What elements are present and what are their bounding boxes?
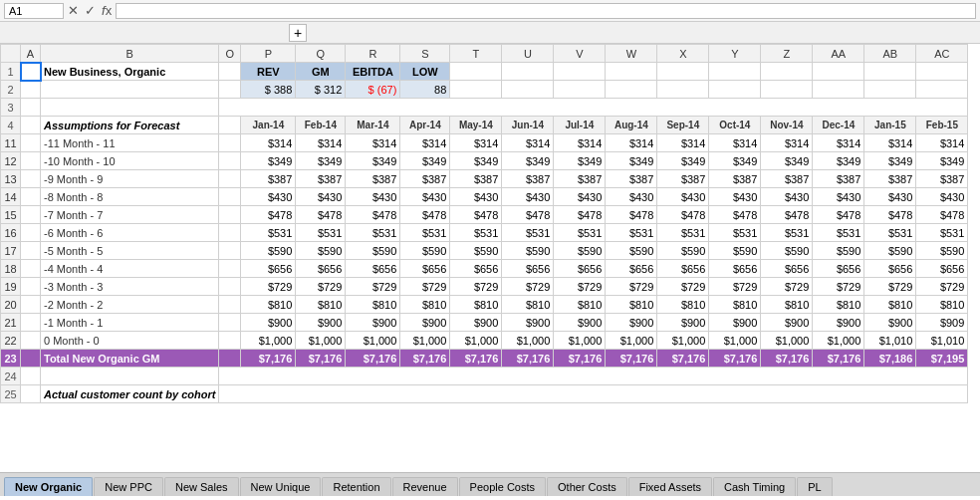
col-header-V[interactable]: V [554, 45, 606, 63]
cell-T4[interactable]: May-14 [450, 117, 502, 134]
cell-A11[interactable] [21, 134, 41, 152]
cell-Z11[interactable]: $314 [761, 134, 813, 152]
cell-O4[interactable] [219, 117, 241, 134]
cell-AC1[interactable] [916, 63, 968, 81]
tab-fixed-assets[interactable]: Fixed Assets [628, 477, 712, 496]
cell-AB4[interactable]: Jan-15 [864, 117, 916, 134]
cell-O11[interactable] [219, 134, 241, 152]
cell-Z4[interactable]: Nov-14 [761, 117, 813, 134]
cell-T11[interactable]: $314 [450, 134, 502, 152]
cell-X1[interactable] [657, 63, 709, 81]
cell-B25[interactable]: Actual customer count by cohort [41, 385, 219, 403]
cell-B13[interactable]: -9 Month - 9 [41, 170, 219, 188]
cell-Q11[interactable]: $314 [296, 134, 346, 152]
tab-new-unique[interactable]: New Unique [240, 477, 322, 496]
cell-U4[interactable]: Jun-14 [502, 117, 554, 134]
col-header-AB[interactable]: AB [864, 45, 916, 63]
cell-O1[interactable] [219, 63, 241, 81]
cell-AA11[interactable]: $314 [813, 134, 864, 152]
cell-Y1[interactable] [709, 63, 761, 81]
cell-V4[interactable]: Jul-14 [554, 117, 606, 134]
cell-W4[interactable]: Aug-14 [606, 117, 657, 134]
cell-P2[interactable]: $ 388 [241, 81, 296, 99]
cell-X4[interactable]: Sep-14 [657, 117, 709, 134]
tab-other-costs[interactable]: Other Costs [547, 477, 627, 496]
cell-W11[interactable]: $314 [606, 134, 657, 152]
add-sheet-button[interactable]: + [289, 24, 307, 42]
cell-A1[interactable] [21, 63, 41, 81]
cell-S2[interactable]: 88 [400, 81, 450, 99]
cell-Y11[interactable]: $314 [709, 134, 761, 152]
cell-B17[interactable]: -5 Month - 5 [41, 242, 219, 260]
tab-new-organic[interactable]: New Organic [4, 477, 93, 496]
tab-new-ppc[interactable]: New PPC [94, 477, 163, 496]
cell-B2[interactable] [41, 81, 219, 99]
cell-B16[interactable]: -6 Month - 6 [41, 224, 219, 242]
cell-B3[interactable] [41, 99, 219, 117]
col-header-P[interactable]: P [241, 45, 296, 63]
cell-AB11[interactable]: $314 [864, 134, 916, 152]
cell-S1[interactable]: LOW [400, 63, 450, 81]
cell-T1[interactable] [450, 63, 502, 81]
cell-U11[interactable]: $314 [502, 134, 554, 152]
cell-T2[interactable] [450, 81, 502, 99]
cell-S11[interactable]: $314 [400, 134, 450, 152]
cell-U2[interactable] [502, 81, 554, 99]
col-header-B[interactable]: B [41, 45, 219, 63]
cell-AA1[interactable] [813, 63, 864, 81]
cell-AB2[interactable] [864, 81, 916, 99]
col-header-S[interactable]: S [400, 45, 450, 63]
cell-B4[interactable]: Assumptions for Forecast [41, 117, 219, 134]
cell-W2[interactable] [606, 81, 657, 99]
col-header-T[interactable]: T [450, 45, 502, 63]
cell-Q1[interactable]: GM [296, 63, 346, 81]
cell-B23[interactable]: Total New Organic GM [41, 350, 219, 368]
cell-AA4[interactable]: Dec-14 [813, 117, 864, 134]
cell-P11[interactable]: $314 [241, 134, 296, 152]
col-header-U[interactable]: U [502, 45, 554, 63]
cell-B19[interactable]: -3 Month - 3 [41, 278, 219, 296]
cell-Y2[interactable] [709, 81, 761, 99]
cell-B11[interactable]: -11 Month - 11 [41, 134, 219, 152]
cell-AC11[interactable]: $314 [916, 134, 968, 152]
cell-X2[interactable] [657, 81, 709, 99]
col-header-AC[interactable]: AC [916, 45, 968, 63]
col-header-Y[interactable]: Y [709, 45, 761, 63]
cell-A2[interactable] [21, 81, 41, 99]
cell-Z2[interactable] [761, 81, 813, 99]
cell-B15[interactable]: -7 Month - 7 [41, 206, 219, 224]
tab-cash-timing[interactable]: Cash Timing [713, 477, 796, 496]
cell-P1[interactable]: REV [241, 63, 296, 81]
cell-B21[interactable]: -1 Month - 1 [41, 314, 219, 332]
cell-A4[interactable] [21, 117, 41, 134]
tab-pl[interactable]: PL [797, 477, 832, 496]
cell-Q2[interactable]: $ 312 [296, 81, 346, 99]
cell-B12[interactable]: -10 Month - 10 [41, 152, 219, 170]
cell-S4[interactable]: Apr-14 [400, 117, 450, 134]
cell-A3[interactable] [21, 99, 41, 117]
col-header-W[interactable]: W [606, 45, 657, 63]
tab-people-costs[interactable]: People Costs [459, 477, 546, 496]
col-header-O[interactable]: O [219, 45, 241, 63]
cell-reference[interactable] [4, 3, 64, 19]
col-header-AA[interactable]: AA [813, 45, 864, 63]
cell-O2[interactable] [219, 81, 241, 99]
cell-R11[interactable]: $314 [346, 134, 400, 152]
cell-B18[interactable]: -4 Month - 4 [41, 260, 219, 278]
col-header-R[interactable]: R [346, 45, 400, 63]
tab-revenue[interactable]: Revenue [392, 477, 458, 496]
cell-AB1[interactable] [864, 63, 916, 81]
cell-V1[interactable] [554, 63, 606, 81]
col-header-A[interactable]: A [21, 45, 41, 63]
cell-B14[interactable]: -8 Month - 8 [41, 188, 219, 206]
cell-R4[interactable]: Mar-14 [346, 117, 400, 134]
cell-P4[interactable]: Jan-14 [241, 117, 296, 134]
cell-U1[interactable] [502, 63, 554, 81]
cell-B1[interactable]: New Business, Organic [41, 63, 219, 81]
cell-AC4[interactable]: Feb-15 [916, 117, 968, 134]
cell-rest-3[interactable] [219, 99, 968, 117]
cell-B20[interactable]: -2 Month - 2 [41, 296, 219, 314]
cell-B22[interactable]: 0 Month - 0 [41, 332, 219, 350]
cell-AA2[interactable] [813, 81, 864, 99]
cell-W1[interactable] [606, 63, 657, 81]
